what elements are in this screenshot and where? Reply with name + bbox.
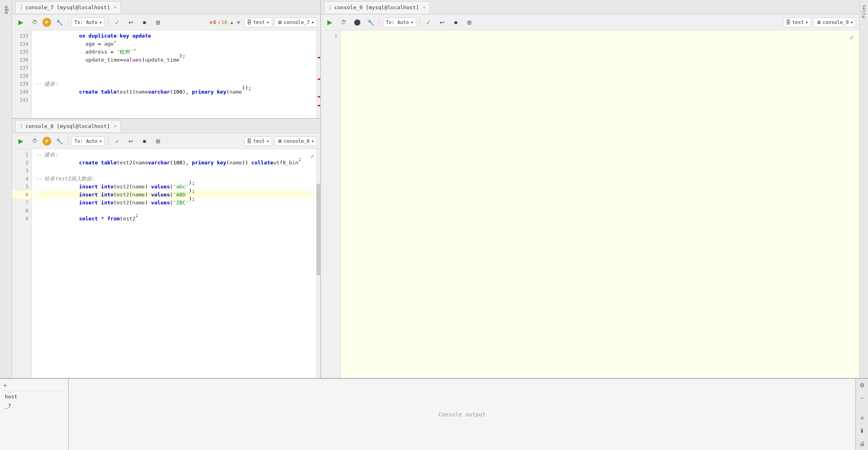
console9-test-arrow: ▾ bbox=[806, 20, 808, 25]
console-output-label: Console output bbox=[438, 411, 485, 418]
console7-line-numbers: 233 234 235 236 237 238 239 240 241 bbox=[12, 30, 32, 118]
test-icon: 🗄 bbox=[247, 20, 252, 25]
console7-code-content[interactable]: on duplicate key update age = age, addre… bbox=[32, 30, 316, 118]
console8-tx-dropdown[interactable]: Tx: Auto ▾ bbox=[72, 136, 105, 146]
console9-undo-button[interactable]: ↩ bbox=[437, 17, 448, 28]
console8-toolbar: ▶ ⏱ P 🔧 Tx: Auto ▾ ✓ ↩ ■ ⊞ 🗄 test bbox=[12, 133, 320, 149]
bottom-item-7[interactable]: _7 bbox=[3, 402, 65, 410]
ln-233: 233 bbox=[12, 32, 32, 40]
console8-gutter[interactable] bbox=[316, 149, 320, 378]
console9-tag-label: console_9 bbox=[823, 20, 849, 25]
ln-237: 237 bbox=[12, 64, 32, 72]
files-label[interactable]: Files bbox=[861, 5, 866, 18]
console8-undo-button[interactable]: ↩ bbox=[125, 136, 136, 146]
separator1 bbox=[68, 18, 68, 26]
ln9-1: 1 bbox=[321, 32, 341, 40]
console8-tab-label: console_8 [mysql@localhost] bbox=[25, 123, 110, 129]
ln8-2: 2 bbox=[12, 159, 32, 167]
console9-settings-button[interactable]: 🔧 bbox=[365, 17, 376, 28]
code8-line-2: create table test2(name varchar(100), pr… bbox=[35, 159, 313, 167]
main-area: age ⟩ console_7 [mysql@localhost] × ▶ ⏱ … bbox=[0, 0, 868, 378]
console9-tag[interactable]: 🖥 console_9 ▾ bbox=[814, 18, 856, 27]
error-icon: ⊘ bbox=[210, 20, 212, 25]
user-button[interactable]: P bbox=[42, 18, 51, 27]
console8-play-button[interactable]: ▶ bbox=[15, 136, 26, 146]
console9-history-button[interactable]: ⏱ bbox=[338, 17, 349, 28]
add-button[interactable]: + bbox=[3, 382, 7, 389]
settings-button[interactable]: 🔧 bbox=[54, 17, 65, 28]
console9-circle-button[interactable]: ⚫ bbox=[351, 17, 363, 28]
console9-tab[interactable]: ⟩ console_9 [mysql@localhost] × bbox=[324, 1, 430, 13]
history-button[interactable]: ⏱ bbox=[29, 17, 40, 28]
ln-241: 241 bbox=[12, 96, 32, 104]
console8-tab-close[interactable]: × bbox=[114, 124, 117, 129]
tx-dropdown[interactable]: Tx: Auto ▾ bbox=[72, 18, 105, 27]
console9-tx-dropdown[interactable]: Tx: Auto ▾ bbox=[383, 18, 416, 27]
console8-tag[interactable]: 🖥 console_8 ▾ bbox=[275, 136, 317, 146]
console7-tab-label: console_7 [mysql@localhost] bbox=[25, 4, 110, 10]
console9-empty-editor[interactable] bbox=[341, 30, 859, 378]
console9-test-tag[interactable]: 🗄 test ▾ bbox=[783, 18, 811, 27]
check-green-icon: ✓ bbox=[311, 152, 315, 160]
console8-check-button[interactable]: ✓ bbox=[112, 136, 123, 146]
console8-settings-button[interactable]: 🔧 bbox=[54, 136, 65, 146]
console9-tag-arrow: ▾ bbox=[850, 20, 853, 25]
console8-user-button[interactable]: P bbox=[42, 137, 51, 146]
ln8-9: 9 bbox=[12, 215, 32, 223]
console7-tab-bar: ⟩ console_7 [mysql@localhost] × bbox=[12, 0, 320, 14]
console7-tab-close[interactable]: × bbox=[114, 5, 117, 10]
console8-tag-icon: 🖥 bbox=[277, 138, 282, 144]
grid-button[interactable]: ⊞ bbox=[152, 17, 164, 28]
console8-tab-icon: ⟩ bbox=[20, 123, 23, 129]
console9-check-icon: ✓ bbox=[850, 34, 854, 41]
ln8-7: 7 bbox=[12, 199, 32, 207]
console9-code-area: 1 ✓ bbox=[321, 30, 859, 378]
sidebar-item-1[interactable]: age bbox=[2, 5, 10, 15]
undo-button[interactable]: ↩ bbox=[125, 17, 136, 28]
console9-tag-icon: 🖥 bbox=[816, 20, 821, 25]
bottom-settings-btn[interactable]: ⚙ bbox=[858, 380, 866, 390]
console7-gutter bbox=[316, 30, 320, 118]
left-sidebar: age bbox=[0, 0, 12, 378]
console8-grid-button[interactable]: ⊞ bbox=[152, 136, 164, 146]
bottom-minimize-btn[interactable]: − bbox=[859, 393, 865, 403]
console8-tab-bar: ⟩ console_8 [mysql@localhost] × bbox=[12, 119, 320, 133]
console7-tag-icon: 🖥 bbox=[277, 20, 282, 25]
bottom-download-btn[interactable]: ⬇ bbox=[858, 426, 866, 436]
console9-test-icon: 🗄 bbox=[786, 20, 791, 25]
console7-tab[interactable]: ⟩ console_7 [mysql@localhost] × bbox=[15, 1, 121, 13]
play-button[interactable]: ▶ bbox=[15, 17, 26, 28]
ln8-8: 8 bbox=[12, 207, 32, 215]
console9-check-button[interactable]: ✓ bbox=[423, 17, 434, 28]
console8-tab[interactable]: ⟩ console_8 [mysql@localhost] × bbox=[15, 120, 121, 132]
bottom-sort-btn[interactable]: ≡ bbox=[859, 413, 865, 423]
console7-toolbar: ▶ ⏱ P 🔧 Tx: Auto ▾ ✓ ↩ ■ ⊞ ⊘ bbox=[12, 14, 320, 30]
test-label: test bbox=[253, 20, 265, 25]
console9-stop-button[interactable]: ■ bbox=[450, 17, 461, 28]
console9-play-button[interactable]: ▶ bbox=[324, 17, 335, 28]
console8-code-content[interactable]: -- 建表: create table test2(name varchar(1… bbox=[32, 149, 316, 378]
console9-grid-button[interactable]: ⊞ bbox=[464, 17, 475, 28]
error-bar: ⊘ 6 ✗ 10 ▲ ▼ bbox=[210, 20, 242, 25]
ln-234: 234 bbox=[12, 40, 32, 48]
console8-history-button[interactable]: ⏱ bbox=[29, 136, 40, 146]
bottom-print-btn[interactable]: 🖨 bbox=[858, 439, 866, 448]
warning-count: 10 bbox=[221, 20, 227, 25]
check-button[interactable]: ✓ bbox=[112, 17, 123, 28]
console8-stop-button[interactable]: ■ bbox=[139, 136, 150, 146]
stop-button[interactable]: ■ bbox=[139, 17, 150, 28]
arrow-up[interactable]: ▲ bbox=[229, 20, 235, 25]
gutter-mark-4 bbox=[318, 105, 320, 106]
bottom-host-item[interactable]: host bbox=[3, 393, 65, 400]
console8-code-area: ✓ 1 2 3 4 5 6 7 8 9 -- 建表: bbox=[12, 149, 320, 378]
code-line-236: update_time=values(update_time); bbox=[35, 56, 313, 64]
ln-240: 240 bbox=[12, 88, 32, 96]
test-tag[interactable]: 🗄 test ▾ bbox=[244, 18, 272, 27]
console9-sep2 bbox=[419, 18, 420, 26]
warning-icon: ✗ bbox=[218, 20, 221, 25]
arrow-down[interactable]: ▼ bbox=[236, 20, 242, 25]
console7-tag[interactable]: 🖥 console_7 ▾ bbox=[275, 18, 317, 27]
console8-test-arrow: ▾ bbox=[267, 138, 269, 144]
console8-test-tag[interactable]: 🗄 test ▾ bbox=[244, 136, 272, 146]
console9-tab-close[interactable]: × bbox=[423, 5, 426, 10]
